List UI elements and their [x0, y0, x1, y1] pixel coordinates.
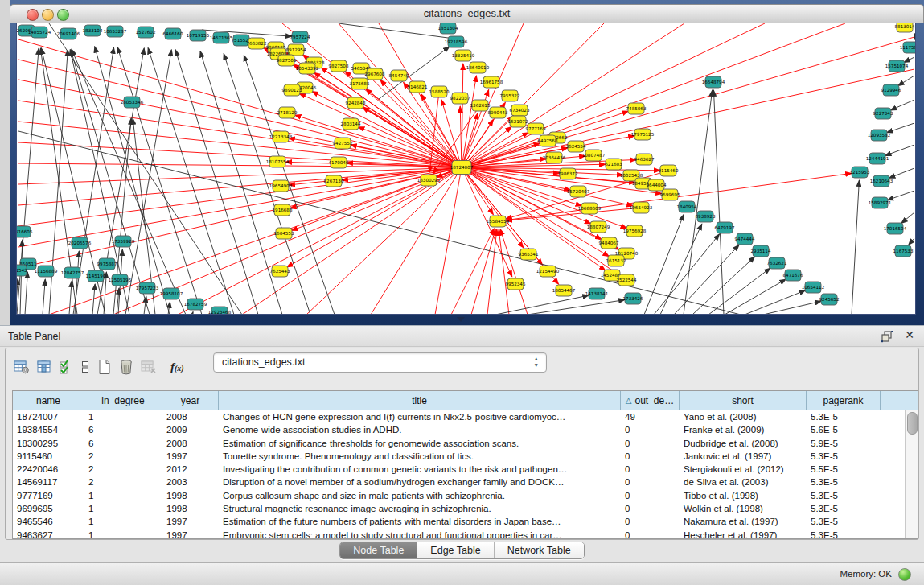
graph-edge[interactable]: [495, 295, 589, 314]
graph-node[interactable]: 7632621: [767, 257, 787, 269]
graph-edge[interactable]: [462, 64, 463, 167]
graph-node[interactable]: 1840954: [677, 201, 697, 212]
graph-edge[interactable]: [909, 238, 914, 245]
graph-node[interactable]: 9146821: [408, 81, 428, 93]
graph-node[interactable]: 16782759: [184, 299, 207, 310]
graph-node[interactable]: 1362615: [470, 100, 491, 111]
graph-node[interactable]: 20364436: [543, 152, 566, 163]
graph-edge[interactable]: [43, 279, 45, 314]
column-header-title[interactable]: title: [219, 391, 621, 410]
graph-node[interactable]: 14138141: [585, 288, 609, 299]
graph-node[interactable]: 12042757: [61, 267, 84, 278]
table-selector-dropdown[interactable]: citations_edges.txt ▲▼: [213, 352, 547, 373]
graph-node[interactable]: 9245652: [819, 294, 840, 305]
graph-node[interactable]: 9427552: [333, 138, 353, 149]
graph-edge[interactable]: [725, 279, 786, 314]
table-row[interactable]: 2242004622012Investigating the contribut…: [13, 463, 918, 476]
graph-edge[interactable]: [886, 123, 914, 133]
graph-node[interactable]: 17016504: [884, 223, 907, 234]
column-header-in_degree[interactable]: in_degree: [84, 391, 162, 410]
tab-edge-table[interactable]: Edge Table: [417, 542, 494, 558]
graph-node[interactable]: 10807487: [582, 150, 606, 161]
graph-node[interactable]: 4170046: [329, 157, 349, 168]
graph-node[interactable]: 7663822: [247, 38, 267, 49]
graph-edge[interactable]: [499, 229, 509, 314]
table-row[interactable]: 946554611997Estimation of the future num…: [13, 515, 918, 528]
graph-edge[interactable]: [321, 68, 462, 167]
graph-node[interactable]: 9952345: [506, 278, 526, 290]
graph-node[interactable]: 9975887: [97, 258, 117, 270]
table-row[interactable]: 1872400712008Changes of HCN gene express…: [13, 410, 918, 423]
graph-node[interactable]: 1733426: [623, 293, 643, 304]
tab-node-table[interactable]: Node Table: [340, 542, 417, 558]
table-settings-icon[interactable]: [14, 356, 30, 377]
graph-edge[interactable]: [506, 208, 641, 220]
graph-node[interactable]: 12923468: [208, 307, 232, 314]
delete-icon[interactable]: [119, 356, 133, 377]
graph-node[interactable]: 17975125: [631, 129, 655, 140]
graph-node[interactable]: 7485063: [626, 103, 647, 114]
graph-node[interactable]: 8471676: [783, 270, 803, 281]
vertical-scrollbar[interactable]: [905, 410, 918, 538]
graph-edge[interactable]: [674, 245, 739, 314]
graph-node[interactable]: 12154490: [536, 266, 560, 277]
graph-node[interactable]: 9115460: [659, 165, 679, 176]
column-header-name[interactable]: name: [13, 391, 84, 410]
graph-edge[interactable]: [654, 234, 720, 314]
graph-node[interactable]: 18054467: [552, 285, 576, 296]
graph-node[interactable]: 1604553: [274, 228, 294, 239]
graph-node[interactable]: 9890123: [282, 84, 302, 96]
graph-node[interactable]: 19958107: [160, 288, 183, 299]
scrollbar-thumb[interactable]: [907, 412, 918, 435]
graph-edge[interactable]: [18, 122, 462, 167]
graph-edge[interactable]: [69, 281, 72, 314]
table-row[interactable]: 1456911722003Disruption of a novel membe…: [13, 476, 918, 488]
column-header-year[interactable]: year: [162, 391, 219, 410]
graph-edge[interactable]: [887, 191, 914, 200]
graph-node[interactable]: 9365341: [519, 249, 539, 260]
graph-edge[interactable]: [528, 300, 625, 314]
graph-node[interactable]: 9827509: [277, 55, 297, 66]
graph-node[interactable]: 2516605: [17, 226, 33, 237]
graph-node[interactable]: 8454749: [389, 70, 409, 81]
graph-node[interactable]: 28053346: [121, 97, 144, 108]
table-row[interactable]: 969969511998Structural magnetic resonanc…: [13, 502, 918, 515]
graph-node[interactable]: 1615132: [606, 255, 626, 266]
graph-edge[interactable]: [95, 47, 170, 314]
table-row[interactable]: 1830029562008Estimation of significance …: [13, 437, 918, 450]
graph-edge[interactable]: [178, 167, 462, 314]
graph-node[interactable]: 9129946: [881, 84, 901, 96]
network-canvas[interactable]: 2620650140557242069140618331041065328715…: [16, 23, 916, 315]
graph-node[interactable]: 10543392: [296, 63, 318, 74]
graph-node[interactable]: 10688609: [578, 203, 602, 214]
graph-edge[interactable]: [890, 100, 914, 110]
graph-node[interactable]: 1145190: [86, 270, 106, 282]
tab-network-table[interactable]: Network Table: [495, 542, 584, 558]
graph-node[interactable]: 2803144: [341, 118, 361, 130]
graph-node[interactable]: 9827508: [329, 60, 349, 72]
graph-node[interactable]: 2935114: [751, 245, 771, 257]
graph-edge[interactable]: [462, 69, 914, 167]
table-row[interactable]: 946362711997Embryonic stem cells: a mode…: [13, 529, 918, 539]
graph-node[interactable]: 2718129: [277, 107, 298, 118]
graph-node[interactable]: 16648794: [702, 76, 725, 88]
column-header-short[interactable]: short: [680, 391, 807, 410]
graph-node[interactable]: 2522544: [617, 274, 637, 286]
graph-node[interactable]: 20691406: [57, 28, 80, 39]
panel-grip-icon[interactable]: [457, 317, 465, 322]
select-rows-check-icon[interactable]: [59, 356, 73, 377]
graph-node[interactable]: 6466160: [163, 28, 183, 39]
graph-node[interactable]: 10653287: [104, 26, 127, 37]
graph-edge[interactable]: [25, 272, 27, 314]
graph-node[interactable]: 9242848: [346, 97, 366, 109]
graph-node[interactable]: 9777169: [526, 123, 546, 134]
graph-edge[interactable]: [462, 76, 476, 167]
graph-node[interactable]: 12444191: [866, 153, 889, 164]
graph-node[interactable]: 8990443: [488, 107, 508, 118]
graph-edge[interactable]: [451, 229, 495, 314]
graph-node[interactable]: 9484067: [599, 237, 619, 249]
graph-edge[interactable]: [885, 145, 914, 156]
graph-node[interactable]: 3624554: [566, 141, 586, 152]
graph-node[interactable]: 8813014: [895, 23, 915, 32]
graph-node[interactable]: 17957223: [136, 282, 159, 294]
